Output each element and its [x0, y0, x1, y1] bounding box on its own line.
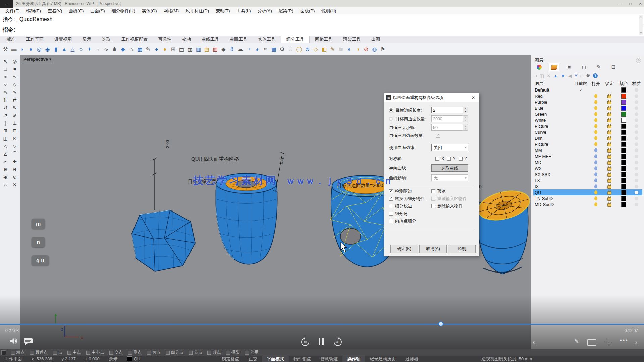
bulb-icon[interactable] — [594, 190, 597, 194]
lock-icon[interactable] — [607, 161, 611, 165]
layer-row[interactable]: MD-SudD — [533, 201, 642, 207]
material-icon[interactable] — [635, 106, 638, 110]
bulb-icon[interactable] — [594, 112, 597, 116]
layer-name[interactable]: Blue — [533, 106, 572, 111]
layer-row[interactable]: MF MFF — [533, 153, 642, 159]
left-tool-icon[interactable]: ∿ — [10, 73, 19, 80]
cplane-button[interactable]: 工作平面 — [0, 356, 27, 362]
layer-row[interactable]: QU — [533, 189, 642, 195]
left-tool-icon[interactable]: ∠ — [1, 150, 10, 158]
left-tool-icon[interactable]: ○ — [1, 80, 10, 88]
status-toggle[interactable]: 过滤器 — [400, 356, 423, 362]
layer-name[interactable]: IX — [533, 184, 572, 189]
notes-tab[interactable]: ⊟ — [608, 63, 619, 71]
menu-item[interactable]: 变动(T) — [212, 7, 233, 14]
toolbar-tab[interactable]: 设置视图 — [49, 36, 77, 43]
menu-item[interactable]: 曲面(S) — [87, 7, 108, 14]
left-tool-icon[interactable]: ⇄ — [10, 96, 19, 104]
layer-row[interactable]: Picture — [533, 141, 642, 147]
lock-icon[interactable] — [607, 107, 611, 110]
toolbar-icon[interactable]: ◆ — [219, 45, 228, 54]
osnap-option[interactable]: 交点 — [109, 350, 123, 355]
osnap-option[interactable]: 切点 — [147, 350, 161, 355]
checkbox[interactable] — [67, 351, 71, 355]
axis-checkbox[interactable] — [459, 157, 463, 161]
layer-tool-icon[interactable]: ⚒ — [586, 73, 590, 78]
left-tool-icon[interactable]: ⊥ — [10, 119, 19, 127]
material-icon[interactable] — [635, 130, 638, 134]
target-edge-input[interactable]: 2 — [431, 107, 463, 113]
dialog-checkbox-option[interactable]: 删除输入物件 — [431, 202, 467, 210]
menu-item[interactable]: 曲线(C) — [65, 7, 87, 14]
lock-icon[interactable] — [607, 137, 611, 140]
dialog-checkbox-option[interactable]: 细分锐边 — [389, 202, 425, 210]
surface-edges-select[interactable]: 关闭 ˅ — [431, 144, 468, 151]
bulb-icon[interactable] — [594, 136, 597, 140]
toolbar-icon[interactable]: ◎ — [35, 45, 43, 54]
lock-icon[interactable] — [607, 149, 611, 153]
left-tool-icon[interactable]: ◉ — [1, 173, 10, 181]
layer-tool-icon[interactable]: ▲ — [553, 73, 558, 78]
layer-name[interactable]: White — [533, 118, 572, 123]
lock-icon[interactable] — [607, 185, 611, 189]
toolbar-icon[interactable]: ▬ — [10, 45, 18, 54]
layer-row[interactable]: Green — [533, 111, 642, 117]
timeline-scrubber[interactable] — [438, 321, 443, 326]
left-tool-icon[interactable]: ✎ — [1, 88, 10, 96]
layer-name[interactable]: MD — [533, 160, 572, 165]
left-tool-icon[interactable]: ⌒ — [10, 150, 19, 158]
display-mode-tab[interactable]: ◻ — [579, 63, 589, 71]
material-icon[interactable] — [635, 100, 638, 104]
layer-color-swatch[interactable] — [621, 148, 626, 153]
layer-row[interactable]: MD — [533, 159, 642, 165]
dialog-checkbox-option[interactable]: 预览 — [431, 188, 467, 195]
osnap-option[interactable]: 端点 — [11, 350, 25, 355]
checkbox[interactable] — [109, 351, 113, 355]
bulb-icon[interactable] — [594, 172, 597, 176]
layer-name[interactable]: Purple — [533, 100, 572, 105]
layer-color-swatch[interactable] — [621, 184, 626, 189]
layer-tool-icon[interactable]: □ — [534, 73, 537, 78]
layer-tool-icon[interactable]: Y — [575, 73, 578, 78]
current-layer-chip[interactable]: QU — [122, 356, 145, 361]
left-tool-icon[interactable]: ⊠ — [10, 134, 19, 142]
layer-row[interactable]: Dim — [533, 135, 642, 141]
lock-icon[interactable] — [607, 113, 611, 116]
cancel-button[interactable]: 取消(A) — [419, 245, 447, 253]
toolbar-icon[interactable]: ▦ — [186, 45, 194, 54]
layer-tool-icon[interactable]: ? — [593, 73, 598, 78]
annotate-pencil-icon[interactable]: ✎ — [574, 338, 579, 345]
ok-button[interactable]: 确定(K) — [390, 245, 418, 253]
bulb-icon[interactable] — [594, 178, 597, 182]
bulb-icon[interactable] — [594, 166, 597, 170]
bulb-icon[interactable] — [594, 148, 597, 152]
status-toggle[interactable]: 智慧轨迹 — [316, 356, 342, 362]
bulb-icon[interactable] — [594, 160, 597, 164]
lock-icon[interactable] — [607, 101, 611, 104]
toolbar-icon[interactable]: ● — [161, 45, 169, 54]
dialog-checkbox-option[interactable]: 检测硬边 — [389, 188, 425, 195]
status-toggle[interactable]: 平面模式 — [262, 356, 289, 362]
checkbox[interactable] — [207, 351, 211, 355]
layer-color-swatch[interactable] — [621, 190, 626, 195]
osnap-option[interactable]: 点 — [53, 350, 63, 355]
toolbar-icon[interactable]: ◗ — [18, 45, 26, 54]
menu-item[interactable]: 查看(V) — [44, 7, 65, 14]
left-tool-icon[interactable]: ✂ — [1, 158, 10, 165]
toolbar-icon[interactable]: ◯ — [295, 45, 303, 54]
toolbar-icon[interactable]: ▮ — [52, 45, 60, 54]
edit-tab[interactable]: ✎ — [594, 63, 604, 71]
bulb-icon[interactable] — [594, 94, 597, 98]
layer-tool-icon[interactable]: ◀ — [568, 73, 572, 78]
lock-icon[interactable] — [607, 155, 611, 159]
toolbar-icon[interactable]: ◇ — [312, 45, 320, 54]
toolbar-icon[interactable]: ▦ — [136, 45, 144, 54]
toolbar-icon[interactable]: ◉ — [43, 45, 52, 54]
left-tool-icon[interactable]: ∥ — [1, 119, 10, 127]
bulb-icon[interactable] — [594, 142, 597, 146]
toolbar-icon[interactable]: ≣ — [337, 45, 345, 54]
menu-item[interactable]: 渲染(R) — [275, 7, 297, 14]
display-list-tab[interactable]: ≡ — [564, 63, 574, 71]
layer-name[interactable]: Dim — [533, 136, 572, 141]
toolbar-icon[interactable]: ◑ — [354, 45, 362, 54]
